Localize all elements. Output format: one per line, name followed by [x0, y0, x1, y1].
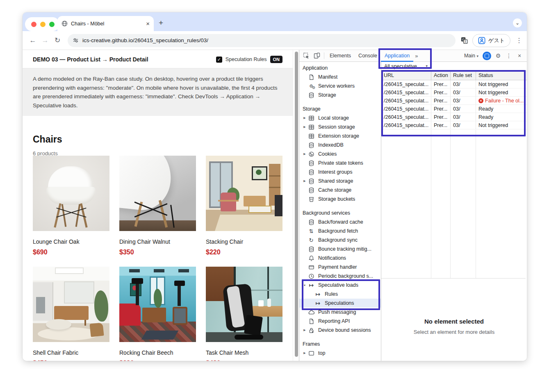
sidebar-item-storage-buckets[interactable]: Storage buckets — [299, 195, 381, 204]
site-settings-icon[interactable] — [73, 37, 79, 43]
database-icon — [308, 178, 315, 184]
sidebar-item-top-frame[interactable]: ▶ top — [299, 349, 381, 358]
reload-button[interactable]: ↻ — [51, 36, 64, 45]
product-card[interactable]: Shell Chair Fabric $450 — [33, 267, 109, 361]
expand-icon: ▶ — [302, 152, 308, 156]
product-card[interactable]: Lounge Chair Oak $690 — [33, 156, 109, 256]
speculations-filter-dropdown[interactable]: All speculative ... ▼ — [381, 62, 527, 70]
sidebar-item-shared-storage[interactable]: ▶ Shared storage — [299, 177, 381, 186]
browser-window: Chairs - Möbel × + ⌄ ← → ↻ ics-creative.… — [23, 12, 527, 361]
context-selector[interactable]: Main ▾ — [462, 53, 481, 59]
close-window-button[interactable] — [31, 22, 36, 27]
database-icon — [308, 142, 315, 148]
sidebar-item-speculations[interactable]: ↦ Speculations — [299, 299, 381, 308]
sidebar-item-rules[interactable]: ↦ Rules — [299, 290, 381, 299]
table-row[interactable]: /260415_speculat... Prer... 03/ Not trig… — [381, 121, 527, 129]
database-icon — [308, 187, 315, 193]
page-scrollbar-thumb[interactable] — [295, 52, 298, 357]
product-card[interactable]: Rocking Chair Beech $390 — [119, 267, 196, 361]
sidebar-item-interest-groups[interactable]: Interest groups — [299, 168, 381, 177]
minimize-window-button[interactable] — [40, 22, 46, 27]
sidebar-item-back-forward-cache[interactable]: Back/forward cache — [299, 218, 381, 227]
expand-icon: ▶ — [302, 125, 308, 129]
back-button[interactable]: ← — [27, 36, 39, 45]
tab-elements[interactable]: Elements — [326, 50, 355, 62]
browser-menu-icon[interactable]: ⋮ — [514, 36, 524, 44]
maximize-window-button[interactable] — [49, 22, 55, 27]
sidebar-item-reporting-api[interactable]: Reporting API — [299, 317, 381, 326]
sidebar-item-session-storage[interactable]: ▶ Session storage — [299, 122, 381, 131]
section-background-services: Background services — [299, 208, 381, 218]
js-context-icon[interactable] — [483, 52, 491, 60]
product-name: Lounge Chair Oak — [33, 238, 109, 245]
product-card[interactable]: Task Chair Mesh $480 — [206, 267, 282, 361]
tab-console[interactable]: Console — [355, 50, 381, 62]
table-row[interactable]: /260415_speculat... Prer... 03/ Ready — [381, 105, 527, 113]
product-price: $220 — [206, 249, 282, 256]
expand-icon: ▶ — [302, 179, 308, 183]
bell-icon — [308, 255, 315, 261]
window-controls — [25, 17, 59, 31]
translate-icon[interactable]: G文 — [460, 36, 468, 44]
speculations-panel: All speculative ... ▼ URL Action Rule se… — [381, 62, 527, 361]
settings-gear-icon[interactable]: ⚙ — [493, 52, 503, 59]
sidebar-item-manifest[interactable]: Manifest — [299, 73, 381, 82]
sidebar-item-push-messaging[interactable]: Push messaging — [299, 308, 381, 317]
profile-name: ゲスト — [488, 37, 505, 44]
sidebar-item-cache-storage[interactable]: Cache storage — [299, 186, 381, 195]
sidebar-item-service-workers[interactable]: ⚙⚙ Service workers — [299, 82, 381, 91]
sidebar-item-notifications[interactable]: Notifications — [299, 254, 381, 263]
cloud-icon — [308, 309, 315, 315]
product-price: $350 — [119, 249, 196, 256]
product-image-dining-chair — [119, 156, 196, 231]
speculation-rules-checkbox[interactable]: ✓ — [216, 57, 222, 63]
device-toolbar-icon[interactable] — [312, 52, 322, 59]
sidebar-item-speculative-loads[interactable]: ▼ ↦ Speculative loads — [299, 281, 381, 290]
sidebar-item-background-fetch[interactable]: ⇅ Background fetch — [299, 227, 381, 236]
table-row[interactable]: /260415_speculat... Prer... 03/ Not trig… — [381, 88, 527, 97]
product-image-shell-chair — [33, 267, 109, 342]
sidebar-item-cookies[interactable]: ▶ Cookies — [299, 150, 381, 159]
tab-close-icon[interactable]: × — [146, 20, 150, 27]
status-cell: Ready — [476, 105, 527, 113]
sidebar-item-local-storage[interactable]: ▶ Local storage — [299, 113, 381, 122]
forward-button[interactable]: → — [39, 36, 51, 45]
caret-down-icon: ▾ — [476, 54, 478, 58]
sidebar-item-background-sync[interactable]: ↻ Background sync — [299, 236, 381, 245]
tab-search-button[interactable]: ⌄ — [513, 18, 522, 27]
product-card[interactable]: Dining Chair Walnut $350 — [119, 156, 196, 256]
sidebar-item-storage[interactable]: Storage — [299, 91, 381, 100]
product-name: Shell Chair Fabric — [33, 349, 109, 356]
service-workers-icon: ⚙⚙ — [308, 84, 315, 89]
page-scrollbar — [293, 50, 299, 361]
sidebar-item-bounce-tracking[interactable]: Bounce tracking mitig... — [299, 245, 381, 254]
address-bar[interactable]: ics-creative.github.io/260415_speculatio… — [68, 34, 456, 47]
more-tabs-icon[interactable]: » — [413, 53, 419, 59]
sidebar-item-payment-handler[interactable]: Payment handler — [299, 263, 381, 272]
empty-table-grid — [381, 130, 526, 279]
sidebar-item-indexeddb[interactable]: IndexedDB — [299, 140, 381, 150]
speculation-rules-label: Speculation Rules — [226, 57, 267, 62]
screenshot-canvas: Chairs - Möbel × + ⌄ ← → ↻ ics-creative.… — [0, 0, 549, 392]
new-tab-button[interactable]: + — [159, 19, 163, 27]
page-content: DEMO 03 — Product List → Product Detail … — [23, 50, 293, 361]
table-row[interactable]: /260415_speculat... Prer... 03/ Not trig… — [381, 80, 527, 88]
product-image-rocking-chair — [119, 267, 196, 342]
devtools-close-icon[interactable]: × — [515, 52, 524, 59]
product-price: $450 — [33, 360, 109, 361]
devtools-menu-icon[interactable]: ⋮ — [504, 52, 514, 59]
sidebar-item-device-bound-sessions[interactable]: ▶ Device bound sessions — [299, 326, 381, 335]
toolbar-divider — [324, 52, 324, 59]
inspect-element-icon[interactable] — [301, 52, 312, 59]
profile-button[interactable]: ゲスト — [472, 34, 510, 47]
sidebar-item-extension-storage[interactable]: Extension storage — [299, 131, 381, 140]
sidebar-item-periodic-background-sync[interactable]: Periodic background s... — [299, 272, 381, 281]
sidebar-item-private-state-tokens[interactable]: Private state tokens — [299, 159, 381, 168]
product-name: Stacking Chair — [206, 238, 282, 245]
tab-application[interactable]: Application — [381, 50, 413, 62]
table-row[interactable]: /260415_speculat... Prer... 03/ Ready — [381, 113, 527, 121]
table-row[interactable]: /260415_speculat... Prer... 03/ × Failur… — [381, 97, 527, 105]
lock-icon — [308, 327, 315, 333]
product-card[interactable]: Stacking Chair $220 — [206, 156, 282, 256]
browser-tab[interactable]: Chairs - Möbel × — [57, 16, 154, 31]
